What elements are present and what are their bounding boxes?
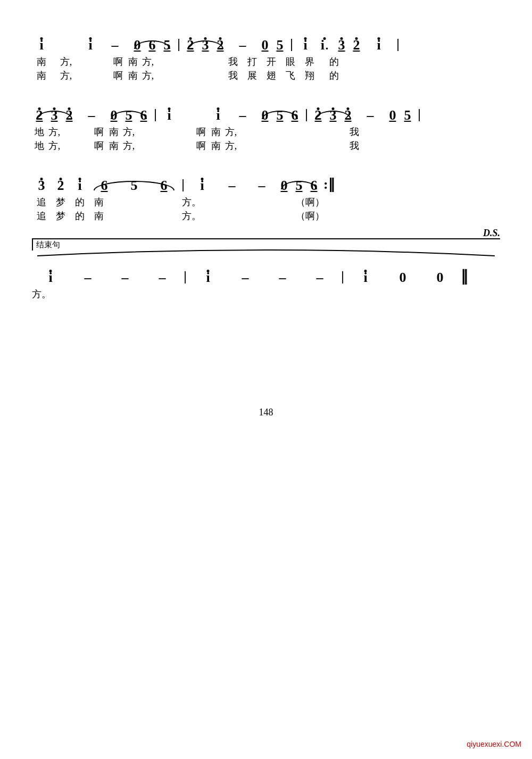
note-6d: 6 bbox=[89, 179, 119, 194]
note-group-232b: 2 3 2 bbox=[32, 109, 77, 123]
note-2g: 2 bbox=[311, 109, 326, 123]
note-dash6: – bbox=[217, 179, 247, 194]
note-dash12: – bbox=[264, 271, 301, 286]
note-0h: 0 bbox=[421, 271, 459, 286]
note-2h: 2 bbox=[340, 109, 355, 123]
row2-lyrics2: 地 方, 啊 南 方, 啊 南 方, 我 bbox=[32, 139, 500, 152]
lc3-wo: 我 bbox=[345, 126, 364, 138]
lc3-ah1: 啊 bbox=[92, 126, 106, 138]
lc6-meng: 梦 bbox=[51, 210, 70, 222]
lc2-chi: 翅 bbox=[262, 69, 281, 82]
note-space2 bbox=[179, 109, 209, 123]
barline3: | bbox=[394, 32, 402, 53]
note-dash9: – bbox=[106, 271, 144, 286]
row3: 3 2 i 6 5 6 | i bbox=[32, 162, 500, 222]
barline4: | bbox=[151, 102, 160, 123]
row4-notation: i – – – | i – bbox=[32, 254, 500, 286]
lc2-wo1: 我 bbox=[223, 69, 243, 82]
note-0c: 0 bbox=[106, 109, 121, 123]
lc2-xiang: 翔 bbox=[300, 69, 319, 82]
lc5-fang: 方。 bbox=[177, 196, 206, 208]
note-3e: 3 bbox=[47, 109, 62, 123]
lc3-fang1: 方, bbox=[121, 126, 136, 138]
lc7-fang: 方。 bbox=[32, 288, 51, 301]
note-group-232a: 2 3 2 bbox=[183, 38, 228, 53]
note-i5: i bbox=[364, 38, 394, 53]
lc2-ah1: 啊 bbox=[111, 69, 126, 82]
lc-kai: 开 bbox=[262, 55, 281, 68]
note-dash5: – bbox=[355, 109, 385, 123]
lc3-nan2: 南 bbox=[209, 126, 223, 138]
lc6-fang: 方。 bbox=[177, 210, 206, 222]
lc5-nan: 南 bbox=[89, 196, 109, 208]
note-6b: 6 bbox=[136, 109, 151, 123]
note-3f: 3 bbox=[326, 109, 340, 123]
lc-nan2: 南 bbox=[126, 55, 140, 68]
lc3-nan1: 南 bbox=[106, 126, 121, 138]
note-2e: 2 bbox=[32, 109, 47, 123]
row4-lyrics1: 方。 bbox=[32, 288, 500, 301]
note-0e: 0 bbox=[385, 109, 400, 123]
note-0d: 0 bbox=[257, 109, 272, 123]
lc4-ah1: 啊 bbox=[92, 139, 106, 152]
lc4-fang2: 方, bbox=[223, 139, 238, 152]
note-dash10: – bbox=[144, 271, 181, 286]
note-dash2: – bbox=[228, 38, 257, 53]
lc-jie: 界 bbox=[300, 55, 319, 68]
lc4-ah2: 啊 bbox=[194, 139, 209, 152]
lc4-nan1: 南 bbox=[106, 139, 121, 152]
note-0f: 0 bbox=[277, 179, 292, 194]
note-i12: i bbox=[347, 271, 384, 286]
note-i11: i bbox=[189, 271, 227, 286]
note-6c: 6 bbox=[287, 109, 302, 123]
barline8: | bbox=[181, 264, 189, 286]
lc2-nan2: 南 bbox=[126, 69, 140, 82]
barline9: | bbox=[338, 264, 347, 286]
lc2-fei: 飞 bbox=[281, 69, 300, 82]
lc4-fang1: 方, bbox=[121, 139, 136, 152]
row4: D.S. 结束句 i – bbox=[32, 238, 500, 301]
row3-lyrics1: 追 梦 的 南 方。 （啊） bbox=[32, 196, 500, 208]
note-group-065: 0 6 5 bbox=[130, 38, 174, 53]
lc4-di: 地 bbox=[32, 139, 47, 152]
page-number: 148 bbox=[32, 407, 500, 418]
page: i i – 0 6 5 | bbox=[0, 0, 532, 759]
note-dash13: – bbox=[301, 271, 338, 286]
barline5: | bbox=[302, 102, 311, 123]
lc6-nan: 南 bbox=[89, 210, 109, 222]
lc-wo1: 我 bbox=[223, 55, 243, 68]
note-dash7: – bbox=[247, 179, 277, 194]
note-space1 bbox=[51, 38, 81, 53]
note-dash1: – bbox=[100, 38, 130, 53]
note-dash3: – bbox=[77, 109, 106, 123]
barline2: | bbox=[287, 32, 296, 53]
lc3-di: 地 bbox=[32, 126, 47, 138]
note-2i: 2 bbox=[51, 179, 70, 194]
note-5e: 5 bbox=[400, 109, 415, 123]
note-group-056c: 0 5 6 bbox=[277, 179, 321, 194]
repeat-barline: :‖ bbox=[321, 172, 337, 194]
row1-lyrics2: 南 方, 啊 南 方, 我 展 翅 飞 翔 的 bbox=[32, 69, 500, 82]
lc2-de1: 的 bbox=[319, 69, 349, 82]
note-2b: 2 bbox=[183, 38, 198, 53]
note-i9: i bbox=[187, 179, 217, 194]
note-group-232c: 2 3 2 bbox=[311, 109, 355, 123]
note-6a: 6 bbox=[145, 38, 160, 53]
row3-lyrics2: 追 梦 的 南 方。 （啊） bbox=[32, 210, 500, 222]
lc5-meng: 梦 bbox=[51, 196, 70, 208]
lc4-fang: 方, bbox=[47, 139, 62, 152]
lc6-ah: （啊） bbox=[296, 210, 325, 222]
barline1: | bbox=[174, 32, 183, 53]
note-3g: 3 bbox=[32, 179, 51, 194]
row1: i i – 0 6 5 | bbox=[32, 21, 500, 82]
final-barline: ‖ bbox=[459, 264, 470, 286]
row2: 2 3 2 – 0 5 6 bbox=[32, 91, 500, 152]
lc2-fang2: 方, bbox=[140, 69, 155, 82]
lc-nan1: 南 bbox=[32, 55, 51, 68]
lc-fang2: 方, bbox=[140, 55, 155, 68]
lc2-fang1: 方, bbox=[51, 69, 81, 82]
lc4-nan2: 南 bbox=[209, 139, 223, 152]
section-line-top bbox=[63, 238, 500, 239]
lc5-de: 的 bbox=[70, 196, 89, 208]
note-5f: 5 bbox=[119, 179, 149, 194]
